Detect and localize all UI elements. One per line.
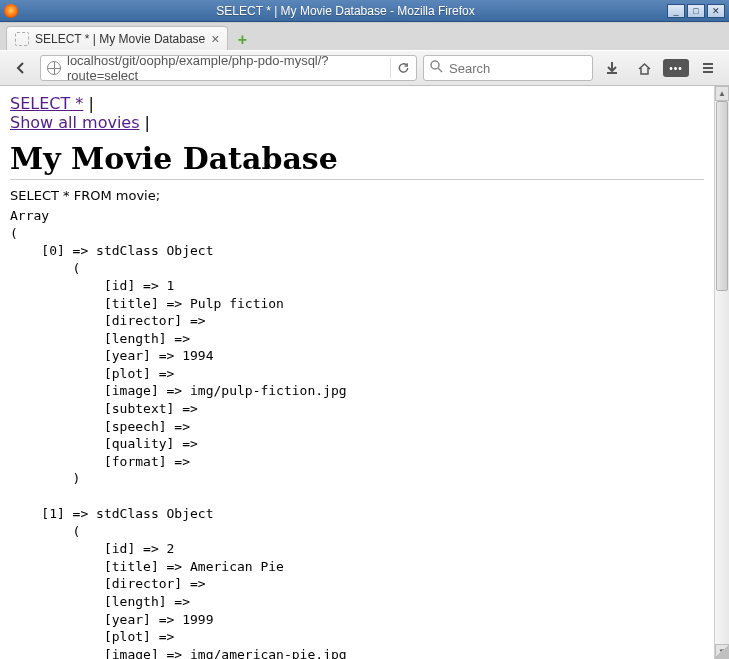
vertical-scrollbar[interactable]: ▲ ▼ xyxy=(714,86,729,659)
php-array-dump: Array ( [0] => stdClass Object ( [id] =>… xyxy=(10,207,704,659)
search-box[interactable] xyxy=(423,55,593,81)
scroll-thumb[interactable] xyxy=(716,101,728,291)
link-show-all-movies[interactable]: Show all movies xyxy=(10,113,140,132)
reload-icon xyxy=(397,61,410,75)
back-button[interactable] xyxy=(8,55,34,81)
globe-icon xyxy=(47,61,61,75)
home-button[interactable] xyxy=(631,55,657,81)
hamburger-icon xyxy=(701,61,715,75)
resize-grip-icon xyxy=(714,644,729,659)
nav-toolbar: localhost/git/oophp/example/php-pdo-mysq… xyxy=(0,50,729,86)
abp-icon: ••• xyxy=(663,59,689,77)
firefox-icon xyxy=(4,4,18,18)
page-title: My Movie Database xyxy=(10,141,704,180)
viewport: SELECT * | Show all movies | My Movie Da… xyxy=(0,86,729,659)
arrow-left-icon xyxy=(13,60,29,76)
maximize-button[interactable]: □ xyxy=(687,4,705,18)
scroll-track[interactable] xyxy=(715,101,729,644)
tab-favicon-icon xyxy=(15,32,29,46)
new-tab-button[interactable]: + xyxy=(232,30,252,50)
minimize-button[interactable]: _ xyxy=(667,4,685,18)
tab-title: SELECT * | My Movie Database xyxy=(35,32,205,46)
downloads-button[interactable] xyxy=(599,55,625,81)
window-title: SELECT * | My Movie Database - Mozilla F… xyxy=(24,4,667,18)
download-icon xyxy=(605,61,619,75)
svg-point-0 xyxy=(431,61,439,69)
close-window-button[interactable]: ✕ xyxy=(707,4,725,18)
window-controls: _ □ ✕ xyxy=(667,4,725,18)
url-text: localhost/git/oophp/example/php-pdo-mysq… xyxy=(67,53,384,83)
scroll-up-button[interactable]: ▲ xyxy=(715,86,729,101)
window-titlebar: SELECT * | My Movie Database - Mozilla F… xyxy=(0,0,729,22)
search-icon xyxy=(430,60,443,76)
browser-tab[interactable]: SELECT * | My Movie Database × xyxy=(6,26,228,50)
address-bar[interactable]: localhost/git/oophp/example/php-pdo-mysq… xyxy=(40,55,417,81)
sql-query-text: SELECT * FROM movie; xyxy=(10,188,704,203)
reload-button[interactable] xyxy=(390,58,410,78)
page-nav-links: SELECT * | Show all movies | xyxy=(10,94,704,132)
search-input[interactable] xyxy=(449,61,586,76)
svg-line-1 xyxy=(438,68,442,72)
abp-button[interactable]: ••• xyxy=(663,55,689,81)
nav-separator: | xyxy=(88,94,93,113)
tab-strip: SELECT * | My Movie Database × + xyxy=(0,22,729,50)
page-content: SELECT * | Show all movies | My Movie Da… xyxy=(0,86,714,659)
link-select-star[interactable]: SELECT * xyxy=(10,94,83,113)
menu-button[interactable] xyxy=(695,55,721,81)
home-icon xyxy=(637,61,652,76)
nav-separator: | xyxy=(145,113,150,132)
close-tab-button[interactable]: × xyxy=(211,31,219,47)
